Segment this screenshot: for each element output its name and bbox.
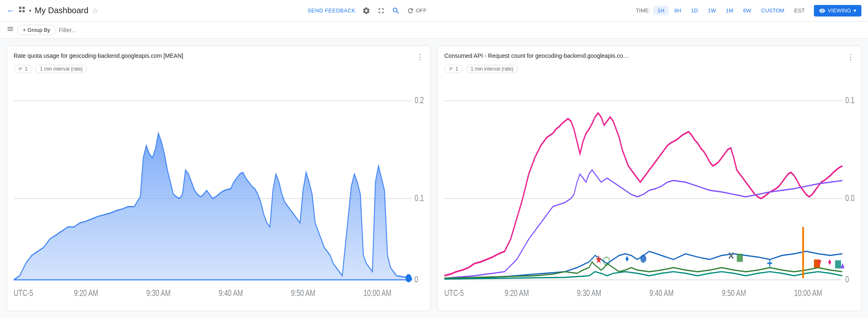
svg-text:✕: ✕ xyxy=(728,250,734,262)
card-2-interval-badge: 1 min interval (rate) xyxy=(466,65,518,73)
card-2-interval: 1 min interval (rate) xyxy=(471,66,513,72)
dashboard-title: My Dashboard xyxy=(35,6,88,15)
time-label: TIME: xyxy=(636,7,650,14)
svg-text:9:40 AM: 9:40 AM xyxy=(650,288,674,298)
svg-text:0.2/s: 0.2/s xyxy=(415,95,424,105)
chart-1-area: 0.2/s 0.1/s 0 UTC-5 9:20 AM 9:30 AM xyxy=(14,76,424,304)
svg-text:9:20 AM: 9:20 AM xyxy=(505,288,529,298)
time-1w-button[interactable]: 1W xyxy=(704,6,720,15)
svg-text:★: ★ xyxy=(595,253,603,266)
toolbar: + Group By xyxy=(0,21,868,39)
group-by-label: Group By xyxy=(28,27,50,33)
svg-text:0: 0 xyxy=(845,274,849,284)
back-button[interactable]: ← xyxy=(7,6,15,15)
svg-text:0.1/s: 0.1/s xyxy=(845,95,854,105)
svg-text:▼: ▼ xyxy=(816,257,823,268)
plus-icon: + xyxy=(23,27,26,33)
time-custom-button[interactable]: CUSTOM xyxy=(757,6,788,15)
header-right: TIME: 1H 6H 1D 1W 1M 6W CUSTOM EST VIEWI… xyxy=(636,5,861,17)
search-icon[interactable] xyxy=(392,7,400,15)
chart-2-area: 0.1/s 0.05/s 0 ★ ⬡ xyxy=(444,76,854,304)
fullscreen-icon[interactable] xyxy=(377,7,385,15)
svg-text:0.05/s: 0.05/s xyxy=(845,193,854,203)
filter-input[interactable] xyxy=(59,27,861,33)
time-1m-button[interactable]: 1M xyxy=(722,6,738,15)
group-by-button[interactable]: + Group By xyxy=(17,25,56,35)
svg-text:♦: ♦ xyxy=(828,256,832,267)
refresh-label: OFF xyxy=(416,7,427,14)
svg-text:UTC-5: UTC-5 xyxy=(14,288,33,298)
header-left: ← ▾ My Dashboard ☆ xyxy=(7,6,98,15)
svg-text:0.1/s: 0.1/s xyxy=(415,193,424,203)
card-1-header: Rate quota usage for geocoding-backend.g… xyxy=(14,52,424,62)
card-1-title: Rate quota usage for geocoding-backend.g… xyxy=(14,52,183,59)
svg-text:♦: ♦ xyxy=(625,253,629,264)
svg-text:9:20 AM: 9:20 AM xyxy=(74,288,98,298)
viewing-label: VIEWING xyxy=(828,7,851,14)
card-1-filter-badge[interactable]: 1 xyxy=(14,65,32,73)
svg-text:9:30 AM: 9:30 AM xyxy=(146,288,171,298)
svg-text:10:00 AM: 10:00 AM xyxy=(363,288,391,298)
hamburger-icon[interactable] xyxy=(7,25,14,35)
refresh-icon[interactable]: OFF xyxy=(407,7,427,14)
viewing-dropdown-icon: ▾ xyxy=(854,7,856,14)
svg-rect-1 xyxy=(23,7,25,9)
timezone-button[interactable]: EST xyxy=(790,6,809,15)
chart-1-svg: 0.2/s 0.1/s 0 UTC-5 9:20 AM 9:30 AM xyxy=(14,76,424,304)
dropdown-arrow-icon: ▾ xyxy=(29,8,31,14)
svg-text:+: + xyxy=(767,256,773,270)
card-1-filter-count: 1 xyxy=(25,66,28,72)
time-6w-button[interactable]: 6W xyxy=(739,6,756,15)
svg-text:▲: ▲ xyxy=(839,260,846,270)
svg-text:9:40 AM: 9:40 AM xyxy=(219,288,243,298)
card-2-meta: 1 1 min interval (rate) xyxy=(444,65,854,73)
settings-icon[interactable] xyxy=(362,7,370,15)
svg-point-10 xyxy=(406,274,412,282)
svg-text:0: 0 xyxy=(415,274,418,284)
card-2-menu-icon[interactable]: ⋮ xyxy=(847,52,854,62)
card-2-header: Consumed API - Request count for geocodi… xyxy=(444,52,854,62)
chart-card-2: Consumed API - Request count for geocodi… xyxy=(437,45,861,311)
svg-text:⬡: ⬡ xyxy=(603,255,610,268)
svg-rect-0 xyxy=(19,7,21,9)
main-header: ← ▾ My Dashboard ☆ SEND FEEDBACK OFF TIM… xyxy=(0,0,868,21)
svg-rect-2 xyxy=(19,10,21,12)
svg-point-26 xyxy=(640,255,647,263)
card-2-filter-count: 1 xyxy=(455,66,458,72)
card-1-interval: 1 min interval (rate) xyxy=(40,66,83,72)
header-center: SEND FEEDBACK OFF xyxy=(103,7,631,15)
viewing-button[interactable]: VIEWING ▾ xyxy=(814,5,861,17)
svg-text:UTC-5: UTC-5 xyxy=(444,288,464,298)
card-1-meta: 1 1 min interval (rate) xyxy=(14,65,424,73)
grid-icon xyxy=(18,6,26,15)
svg-text:9:50 AM: 9:50 AM xyxy=(722,288,746,298)
svg-rect-28 xyxy=(737,254,743,262)
card-2-filter-badge[interactable]: 1 xyxy=(444,65,463,73)
send-feedback-button[interactable]: SEND FEEDBACK xyxy=(308,7,356,14)
time-6h-button[interactable]: 6H xyxy=(670,6,685,15)
svg-text:9:50 AM: 9:50 AM xyxy=(291,288,315,298)
time-1h-button[interactable]: 1H xyxy=(653,6,669,15)
card-2-title: Consumed API - Request count for geocodi… xyxy=(444,52,629,59)
main-content: Rate quota usage for geocoding-backend.g… xyxy=(0,39,868,318)
card-1-menu-icon[interactable]: ⋮ xyxy=(416,52,424,62)
chart-card-1: Rate quota usage for geocoding-backend.g… xyxy=(7,45,431,311)
svg-text:9:30 AM: 9:30 AM xyxy=(577,288,601,298)
star-icon[interactable]: ☆ xyxy=(92,6,98,15)
time-1d-button[interactable]: 1D xyxy=(687,6,702,15)
svg-rect-3 xyxy=(23,10,25,12)
card-1-interval-badge: 1 min interval (rate) xyxy=(36,65,87,73)
chart-2-svg: 0.1/s 0.05/s 0 ★ ⬡ xyxy=(444,76,854,304)
svg-text:10:00 AM: 10:00 AM xyxy=(794,288,822,298)
